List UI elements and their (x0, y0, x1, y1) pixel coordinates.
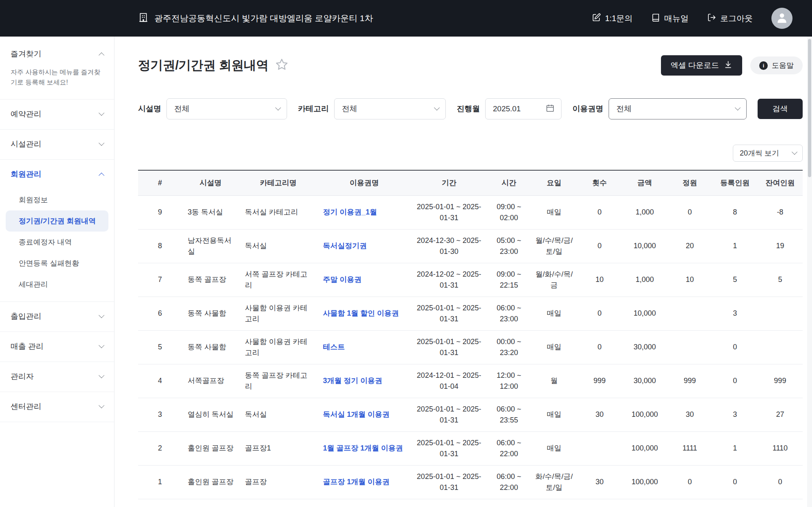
chevron-down-icon (99, 342, 104, 348)
cell-registered: 5 (713, 263, 758, 297)
cell-facility: 홀인원 골프장 (182, 431, 239, 465)
cell-capacity: 0 (667, 465, 713, 499)
sidebar-subitem-expiring-members[interactable]: 종료예정자 내역 (0, 232, 114, 253)
sidebar-item-sales-management[interactable]: 매출 관리 (0, 332, 114, 362)
page-size-select[interactable]: 20개씩 보기 (733, 145, 803, 162)
ticket-select[interactable]: 전체 (609, 98, 747, 119)
sidebar-menu-group: 예약관리 (0, 100, 114, 130)
table-row: 3열심히 독서실독서실독서실 1개월 이용권2025-01-01 ~ 2025-… (138, 398, 803, 431)
cell-amount: 30,000 (622, 330, 667, 364)
sidebar-item-label: 관리자 (11, 371, 34, 382)
ticket-link[interactable]: 독서실 1개월 이용권 (323, 410, 390, 418)
logout-link[interactable]: 로그아웃 (707, 13, 753, 24)
cell-period: 2025-01-01 ~ 2025-01-31 (411, 398, 487, 431)
help-button[interactable]: i 도움말 (750, 56, 803, 74)
cell-amount: 100,000 (622, 398, 667, 431)
ticket-link[interactable]: 골프장 1개월 이용권 (323, 478, 390, 486)
month-input[interactable]: 2025.01 (485, 98, 561, 119)
manual-book-icon (651, 13, 660, 24)
favorite-star-icon[interactable] (275, 58, 289, 73)
sidebar-item-member-management[interactable]: 회원관리 (0, 160, 114, 189)
sidebar-item-label: 센터관리 (11, 401, 41, 412)
inquiry-link[interactable]: 1:1문의 (592, 13, 633, 24)
sidebar-subitem-household-management[interactable]: 세대관리 (0, 274, 114, 295)
cell-capacity: 999 (667, 364, 713, 398)
sidebar-subitem-membership-history[interactable]: 정기권/기간권 회원내역 (6, 210, 108, 232)
cell-time: 00:00 ~ 23:20 (487, 330, 531, 364)
ticket-link[interactable]: 3개월 정기 이용권 (323, 377, 382, 385)
sidebar-item-facility-management[interactable]: 시설관리 (0, 130, 114, 159)
search-button[interactable]: 검색 (758, 99, 803, 119)
category-select[interactable]: 전체 (334, 98, 446, 119)
cell-num: 5 (138, 330, 182, 364)
cell-remaining: 0 (758, 465, 803, 499)
site-selector[interactable]: 광주전남공동혁신도시 빛가람 대방엘리움 로얄카운티 1차 (138, 12, 373, 25)
ticket-filter-label: 이용권명 (572, 104, 603, 114)
ticket-link[interactable]: 주말 이용권 (323, 275, 362, 284)
cell-facility: 홀인원 골프장 (182, 465, 239, 499)
sidebar-submenu: 회원정보정기권/기간권 회원내역종료예정자 내역안면등록 실패현황세대관리 (0, 189, 114, 301)
ticket-link[interactable]: 독서실정기권 (323, 242, 367, 250)
sidebar-item-access-management[interactable]: 출입관리 (0, 302, 114, 332)
chevron-down-icon (275, 105, 281, 110)
chevron-down-icon (99, 403, 104, 408)
sidebar-item-label: 시설관리 (11, 139, 41, 150)
chevron-up-icon (99, 52, 104, 58)
cell-capacity: 20 (667, 229, 713, 263)
cell-category: 사물함 이용권 카테고리 (239, 330, 317, 364)
inquiry-label: 1:1문의 (605, 13, 633, 24)
scrollbar-thumb[interactable] (808, 39, 811, 177)
category-select-value: 전체 (342, 104, 357, 114)
cell-registered: 0 (713, 330, 758, 364)
cell-period: 2025-01-01 ~ 2025-01-31 (411, 431, 487, 465)
cell-time: 12:00 ~ 12:00 (487, 364, 531, 398)
topbar-actions: 1:1문의 매뉴얼 로그아웃 (592, 8, 793, 29)
cell-facility: 열심히 독서실 (182, 398, 239, 431)
cell-category: 골프장 (239, 465, 317, 499)
page-size-value: 20개씩 보기 (740, 148, 779, 158)
download-icon (724, 60, 732, 71)
scrollbar[interactable] (807, 37, 812, 507)
favorites-hint: 자주 사용하시는 메뉴를 즐겨찾기로 등록해 보세요! (11, 67, 104, 88)
cell-period: 2024-12-02 ~ 2025-01-31 (411, 263, 487, 297)
cell-registered: 8 (713, 195, 758, 229)
sidebar-item-center-management[interactable]: 센터관리 (0, 392, 114, 422)
cell-facility: 서쪽골프장 (182, 364, 239, 398)
cell-days: 월/화/수/목/금 (531, 263, 577, 297)
cell-registered: 0 (713, 364, 758, 398)
cell-num: 4 (138, 364, 182, 398)
chevron-down-icon (99, 110, 104, 116)
sidebar-subitem-face-registration-failures[interactable]: 안면등록 실패현황 (0, 253, 114, 274)
avatar-person-icon (775, 11, 788, 26)
list-controls: 20개씩 보기 (138, 145, 803, 162)
sidebar-subitem-member-info[interactable]: 회원정보 (0, 189, 114, 210)
sidebar-item-administrator[interactable]: 관리자 (0, 362, 114, 392)
month-input-value: 2025.01 (493, 104, 521, 113)
facility-select[interactable]: 전체 (166, 98, 287, 119)
cell-count: 0 (577, 297, 622, 330)
column-header: 시간 (487, 170, 531, 195)
sidebar-menu-group: 출입관리 (0, 302, 114, 332)
cell-time: 09:00 ~ 22:15 (487, 263, 531, 297)
sidebar-item-reservation-management[interactable]: 예약관리 (0, 100, 114, 129)
cell-days: 매일 (531, 431, 577, 465)
avatar[interactable] (771, 8, 793, 29)
ticket-link[interactable]: 정기 이용권_1월 (323, 208, 377, 216)
excel-download-button[interactable]: 엑셀 다운로드 (661, 55, 742, 76)
cell-num: 1 (138, 465, 182, 499)
ticket-link[interactable]: 1월 골프장 1개월 이용권 (323, 444, 403, 452)
cell-category: 골프장1 (239, 431, 317, 465)
cell-period: 2024-12-01 ~ 2025-01-04 (411, 364, 487, 398)
cell-ticket: 독서실 1개월 이용권 (317, 398, 411, 431)
manual-link[interactable]: 매뉴얼 (651, 13, 689, 24)
cell-num: 7 (138, 263, 182, 297)
cell-ticket: 사물함 1월 할인 이용권 (317, 297, 411, 330)
ticket-link[interactable]: 테스트 (323, 343, 345, 351)
cell-registered: 1 (713, 229, 758, 263)
info-icon: i (759, 61, 768, 70)
cell-count: 30 (577, 398, 622, 431)
main-content: 정기권/기간권 회원내역 엑셀 다운로드 i (114, 37, 812, 507)
ticket-link[interactable]: 사물함 1월 할인 이용권 (323, 309, 399, 317)
cell-amount: 10,000 (622, 229, 667, 263)
favorites-header[interactable]: 즐겨찾기 (11, 49, 104, 59)
